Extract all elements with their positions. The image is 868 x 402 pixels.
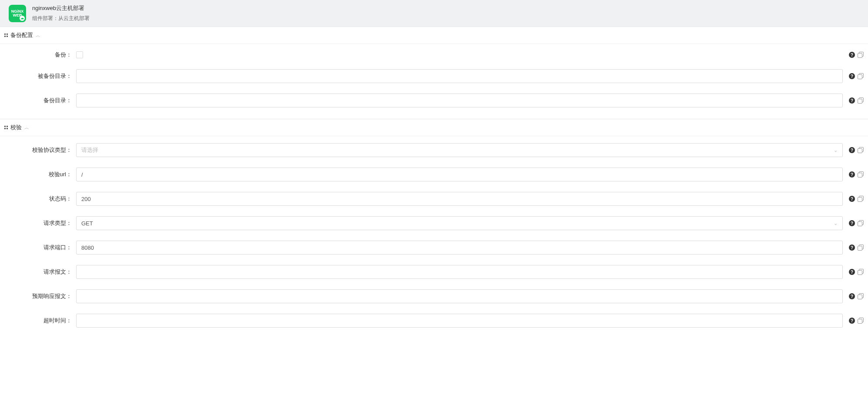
label-request-type: 请求类型： — [4, 219, 76, 227]
label-status-code: 状态码： — [4, 195, 76, 203]
help-icon[interactable]: ? — [849, 147, 855, 153]
actions-backup-enable: ? — [845, 52, 864, 58]
row-backup-dir: 备份目录： ? — [0, 88, 868, 113]
row-timeout: 超时时间： ? — [0, 308, 868, 333]
help-icon[interactable]: ? — [849, 196, 855, 202]
help-icon[interactable]: ? — [849, 220, 855, 226]
input-check-url[interactable] — [76, 168, 843, 181]
input-status-code[interactable] — [76, 192, 843, 206]
help-icon[interactable]: ? — [849, 269, 855, 275]
row-protocol-type: 校验协议类型： 请选择 ⌄ ? — [0, 138, 868, 162]
actions-backed-dir: ? — [845, 73, 864, 79]
actions-timeout: ? — [845, 318, 864, 324]
input-backed-dir[interactable] — [76, 69, 843, 83]
copy-icon[interactable] — [858, 318, 864, 324]
help-icon[interactable]: ? — [849, 318, 855, 324]
actions-backup-dir: ? — [845, 97, 864, 104]
control-request-type: GET ⌄ — [76, 216, 845, 230]
label-request-body: 请求报文： — [4, 268, 76, 276]
input-backup-dir[interactable] — [76, 94, 843, 107]
section-backup-title: 备份配置 — [10, 31, 33, 39]
label-timeout: 超时时间： — [4, 317, 76, 325]
chevron-down-icon: ⌄ — [834, 147, 838, 153]
control-backup-dir — [76, 94, 845, 107]
label-check-url: 校验url： — [4, 171, 76, 178]
label-backup-dir: 备份目录： — [4, 97, 76, 104]
copy-icon[interactable] — [858, 196, 864, 202]
page-header: NGiNX WEB ☁ nginxweb云主机部署 组件部署：从云主机部署 — [0, 0, 868, 27]
actions-protocol-type: ? — [845, 147, 864, 153]
control-status-code — [76, 192, 845, 206]
select-placeholder: 请选择 — [81, 146, 98, 154]
label-request-port: 请求端口： — [4, 244, 76, 251]
section-check-title: 校验 — [10, 124, 22, 131]
copy-icon[interactable] — [858, 220, 864, 226]
chevron-up-icon: ︿ — [36, 32, 40, 39]
help-icon[interactable]: ? — [849, 245, 855, 251]
cloud-icon: ☁ — [20, 16, 25, 21]
section-check-header[interactable]: 校验 ︿ — [0, 119, 868, 136]
help-icon[interactable]: ? — [849, 97, 855, 104]
section-check: 校验 ︿ 校验协议类型： 请选择 ⌄ ? 校验url： ? — [0, 119, 868, 339]
copy-icon[interactable] — [858, 97, 864, 104]
control-protocol-type: 请选择 ⌄ — [76, 143, 845, 157]
section-backup: 备份配置 ︿ 备份： ? 被备份目录： ? 备份目录： — [0, 27, 868, 119]
row-status-code: 状态码： ? — [0, 187, 868, 211]
actions-check-url: ? — [845, 171, 864, 178]
copy-icon[interactable] — [858, 73, 864, 79]
actions-expected-response: ? — [845, 293, 864, 299]
header-text: nginxweb云主机部署 组件部署：从云主机部署 — [32, 4, 90, 22]
control-request-port — [76, 241, 845, 255]
label-backup-enable: 备份： — [4, 51, 76, 59]
control-backed-dir — [76, 69, 845, 83]
checkbox-backup-enable[interactable] — [76, 51, 83, 58]
input-timeout[interactable] — [76, 314, 843, 328]
help-icon[interactable]: ? — [849, 73, 855, 79]
section-backup-body: 备份： ? 被备份目录： ? 备份目录： — [0, 44, 868, 119]
actions-request-type: ? — [845, 220, 864, 226]
row-expected-response: 预期响应报文： ? — [0, 284, 868, 308]
chevron-up-icon: ︿ — [24, 124, 29, 131]
control-request-body — [76, 265, 845, 279]
help-icon[interactable]: ? — [849, 293, 855, 299]
copy-icon[interactable] — [858, 52, 864, 58]
copy-icon[interactable] — [858, 293, 864, 299]
row-request-type: 请求类型： GET ⌄ ? — [0, 211, 868, 235]
help-icon[interactable]: ? — [849, 52, 855, 58]
row-check-url: 校验url： ? — [0, 162, 868, 187]
help-icon[interactable]: ? — [849, 171, 855, 178]
control-check-url — [76, 168, 845, 181]
select-request-type[interactable]: GET ⌄ — [76, 216, 843, 230]
page-title: nginxweb云主机部署 — [32, 4, 90, 12]
copy-icon[interactable] — [858, 147, 864, 153]
copy-icon[interactable] — [858, 171, 864, 178]
input-expected-response[interactable] — [76, 289, 843, 303]
page-subtitle: 组件部署：从云主机部署 — [32, 15, 90, 22]
control-backup-enable — [76, 51, 845, 58]
grip-icon — [4, 34, 8, 37]
select-value: GET — [81, 220, 93, 227]
label-backed-dir: 被备份目录： — [4, 72, 76, 80]
select-protocol-type[interactable]: 请选择 ⌄ — [76, 143, 843, 157]
control-expected-response — [76, 289, 845, 303]
control-timeout — [76, 314, 845, 328]
row-backup-enable: 备份： ? — [0, 46, 868, 64]
app-icon: NGiNX WEB ☁ — [9, 5, 26, 22]
copy-icon[interactable] — [858, 269, 864, 275]
section-check-body: 校验协议类型： 请选择 ⌄ ? 校验url： ? 状态码： — [0, 136, 868, 339]
row-backed-dir: 被备份目录： ? — [0, 64, 868, 88]
chevron-down-icon: ⌄ — [834, 221, 838, 226]
copy-icon[interactable] — [858, 245, 864, 251]
input-request-port[interactable] — [76, 241, 843, 255]
section-backup-header[interactable]: 备份配置 ︿ — [0, 27, 868, 44]
input-request-body[interactable] — [76, 265, 843, 279]
row-request-port: 请求端口： ? — [0, 235, 868, 260]
label-protocol-type: 校验协议类型： — [4, 146, 76, 154]
row-request-body: 请求报文： ? — [0, 260, 868, 284]
actions-request-body: ? — [845, 269, 864, 275]
label-expected-response: 预期响应报文： — [4, 292, 76, 300]
actions-request-port: ? — [845, 245, 864, 251]
grip-icon — [4, 126, 8, 129]
actions-status-code: ? — [845, 196, 864, 202]
